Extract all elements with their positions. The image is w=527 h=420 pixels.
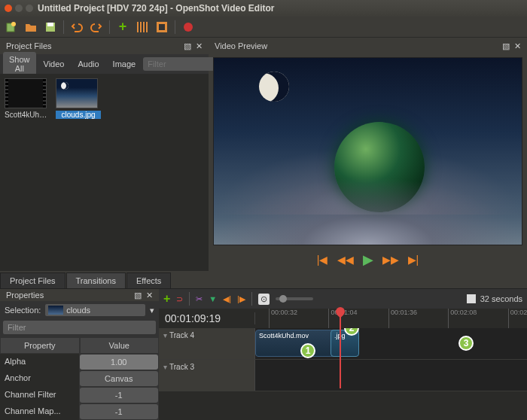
selection-dropdown[interactable]: clouds xyxy=(45,304,145,316)
close-panel-icon[interactable]: ✕ xyxy=(196,41,203,51)
redo-icon[interactable] xyxy=(90,20,103,34)
prop-name: Channel Filter xyxy=(0,387,79,403)
filter-video[interactable]: Video xyxy=(38,56,71,72)
window-title: Untitled Project [HDV 720 24p] - OpenSho… xyxy=(38,3,274,14)
toolbar-icon-a[interactable] xyxy=(136,20,149,34)
project-files-label: Project Files xyxy=(6,41,52,50)
import-files-icon[interactable]: + xyxy=(116,20,129,34)
save-project-icon[interactable] xyxy=(44,20,57,34)
prop-value[interactable]: 1.00 xyxy=(80,355,159,370)
col-property: Property xyxy=(0,337,80,354)
svg-rect-5 xyxy=(139,22,140,32)
chevron-down-icon: ▾ xyxy=(163,363,167,371)
prop-value[interactable]: -1 xyxy=(80,388,159,403)
video-preview-label: Video Preview xyxy=(215,41,267,50)
file-label: Scott4kUhd... xyxy=(5,111,50,119)
snap-icon[interactable]: ⊃ xyxy=(176,294,183,304)
file-thumbnail xyxy=(56,78,98,108)
track-lane[interactable]: Scott4kUhd.mov .jpg 1 2 3 xyxy=(255,328,527,359)
lower-tabs: Project Files Transitions Effects xyxy=(0,271,527,289)
files-area[interactable]: Scott4kUhd... clouds.jpg xyxy=(0,74,209,271)
tab-transitions[interactable]: Transitions xyxy=(66,272,126,288)
detach-icon[interactable]: ▧ xyxy=(502,41,510,51)
tab-project-files[interactable]: Project Files xyxy=(0,272,65,288)
svg-rect-7 xyxy=(145,22,146,32)
window-close-button[interactable] xyxy=(5,5,12,12)
annotation-marker: 3 xyxy=(458,336,474,351)
timeline-ruler[interactable]: 00:00:32 00:01:04 00:01:36 00:02:08 00:0… xyxy=(255,309,527,328)
selection-label: Selection: xyxy=(5,306,41,315)
window-maximize-button[interactable] xyxy=(26,5,33,12)
prop-name: Alpha xyxy=(0,354,79,370)
svg-rect-3 xyxy=(47,23,53,26)
tab-effects[interactable]: Effects xyxy=(126,272,171,288)
rewind-icon[interactable]: ◀◀ xyxy=(337,254,354,266)
video-preview-header: Video Preview ▧✕ xyxy=(209,38,527,54)
zoom-slider[interactable] xyxy=(276,297,313,300)
filter-show-all[interactable]: Show All xyxy=(3,52,36,76)
next-marker-icon[interactable]: |▶ xyxy=(237,294,245,304)
detach-icon[interactable]: ▧ xyxy=(134,291,142,300)
jump-end-icon[interactable]: ▶| xyxy=(408,254,419,266)
close-panel-icon[interactable]: ✕ xyxy=(146,291,153,300)
col-value: Value xyxy=(80,337,160,354)
duration-label: 32 seconds xyxy=(480,294,522,303)
file-item[interactable]: clouds.jpg xyxy=(56,78,101,119)
forward-icon[interactable]: ▶▶ xyxy=(382,254,399,266)
timeline-toolbar: + ⊃ ✂ ▼ ◀| |▶ ⊙ 32 seconds xyxy=(159,289,527,309)
filter-audio[interactable]: Audio xyxy=(72,56,105,72)
annotation-marker: 1 xyxy=(300,343,315,358)
jump-start-icon[interactable]: |◀ xyxy=(317,254,328,266)
cut-icon[interactable]: ✂ xyxy=(196,294,203,304)
prop-name: Channel Map... xyxy=(0,403,79,420)
add-track-icon[interactable]: + xyxy=(163,292,170,306)
prop-value[interactable]: Canvas xyxy=(80,371,159,386)
close-panel-icon[interactable]: ✕ xyxy=(514,41,521,51)
record-icon[interactable] xyxy=(181,20,195,34)
duration-icon xyxy=(467,294,476,303)
titlebar: Untitled Project [HDV 720 24p] - OpenSho… xyxy=(0,0,527,17)
chevron-down-icon: ▾ xyxy=(163,331,167,339)
svg-rect-6 xyxy=(142,22,143,32)
track-lane[interactable] xyxy=(255,360,527,391)
video-preview[interactable] xyxy=(213,57,522,245)
main-toolbar: + xyxy=(0,17,527,38)
svg-rect-9 xyxy=(159,24,165,30)
new-project-icon[interactable] xyxy=(5,20,18,34)
prop-value[interactable]: -1 xyxy=(80,404,159,419)
open-project-icon[interactable] xyxy=(24,20,38,34)
timeline-clip[interactable]: Scott4kUhd.mov xyxy=(255,330,342,357)
playhead[interactable] xyxy=(340,309,341,388)
property-filter-input[interactable]: Filter xyxy=(3,321,156,334)
track-header[interactable]: ▾Track 3 xyxy=(159,360,255,391)
window-minimize-button[interactable] xyxy=(15,5,23,12)
svg-point-1 xyxy=(11,22,16,26)
prop-name: Anchor xyxy=(0,370,79,387)
track-header[interactable]: ▾Track 4 xyxy=(159,328,255,359)
svg-point-10 xyxy=(184,23,193,32)
play-icon[interactable]: ▶ xyxy=(363,251,373,268)
properties-header: Properties ▧✕ xyxy=(0,289,159,301)
file-item[interactable]: Scott4kUhd... xyxy=(5,78,50,119)
marker-dropdown-icon[interactable]: ▼ xyxy=(209,294,217,303)
filter-image[interactable]: Image xyxy=(107,56,142,72)
prev-marker-icon[interactable]: ◀| xyxy=(223,294,231,304)
file-label: clouds.jpg xyxy=(56,111,101,119)
center-playhead-icon[interactable]: ⊙ xyxy=(258,294,270,305)
tracks-area: ▾Track 4 Scott4kUhd.mov .jpg 1 2 3 ▾Trac… xyxy=(159,328,527,420)
toolbar-icon-b[interactable] xyxy=(155,20,169,34)
timecode-display[interactable]: 00:01:09:19 xyxy=(159,312,255,324)
file-thumbnail xyxy=(5,78,47,108)
dropdown-chevron-icon[interactable]: ▾ xyxy=(150,306,154,315)
undo-icon[interactable] xyxy=(70,20,84,34)
detach-icon[interactable]: ▧ xyxy=(184,41,191,51)
properties-label: Properties xyxy=(6,291,44,300)
playback-controls: |◀ ◀◀ ▶ ▶▶ ▶| xyxy=(209,248,527,271)
